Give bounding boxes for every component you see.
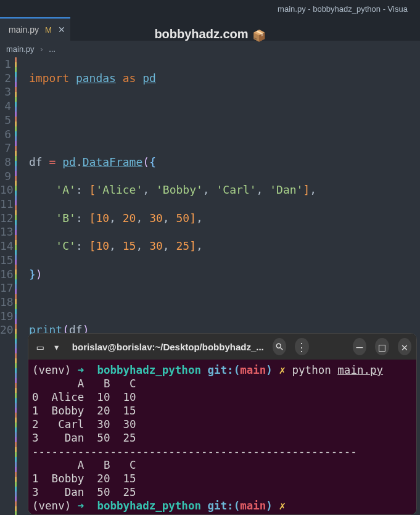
svg-line-1 bbox=[281, 348, 283, 350]
terminal-window: ▭ ▾ borislav@borislav:~/Desktop/bobbyhad… bbox=[28, 333, 417, 515]
menu-icon[interactable]: ⋮ bbox=[295, 338, 308, 355]
close-window-icon[interactable]: ✕ bbox=[398, 338, 411, 355]
terminal-menu-icon[interactable]: ▭ bbox=[33, 338, 47, 355]
window-title: main.py - bobbyhadz_python - Visua bbox=[278, 4, 408, 14]
watermark: bobbyhadz.com📦 bbox=[0, 27, 420, 43]
box-icon: 📦 bbox=[252, 29, 266, 43]
svg-point-0 bbox=[276, 344, 281, 348]
search-icon[interactable] bbox=[273, 338, 286, 355]
watermark-text: bobbyhadz.com bbox=[154, 27, 248, 41]
maximize-icon[interactable]: □ bbox=[375, 338, 389, 355]
breadcrumb-file: main.py bbox=[6, 44, 35, 54]
breadcrumb[interactable]: main.py › ... bbox=[0, 41, 420, 56]
terminal-body[interactable]: (venv) ➜ bobbyhadz_python git:(main) ✗ p… bbox=[28, 360, 416, 514]
terminal-titlebar: ▭ ▾ borislav@borislav:~/Desktop/bobbyhad… bbox=[28, 334, 416, 360]
minimize-icon[interactable]: – bbox=[353, 338, 366, 355]
rainbow-indent bbox=[15, 57, 17, 515]
window-title-bar: main.py - bobbyhadz_python - Visua bbox=[0, 0, 420, 17]
breadcrumb-sep: › bbox=[40, 44, 43, 54]
gutter: 1234567891011121314151617181920 bbox=[0, 57, 15, 515]
breadcrumb-more: ... bbox=[49, 44, 56, 54]
terminal-title: borislav@borislav:~/Desktop/bobbyhadz_..… bbox=[72, 342, 264, 352]
terminal-dropdown-icon[interactable]: ▾ bbox=[49, 338, 63, 355]
